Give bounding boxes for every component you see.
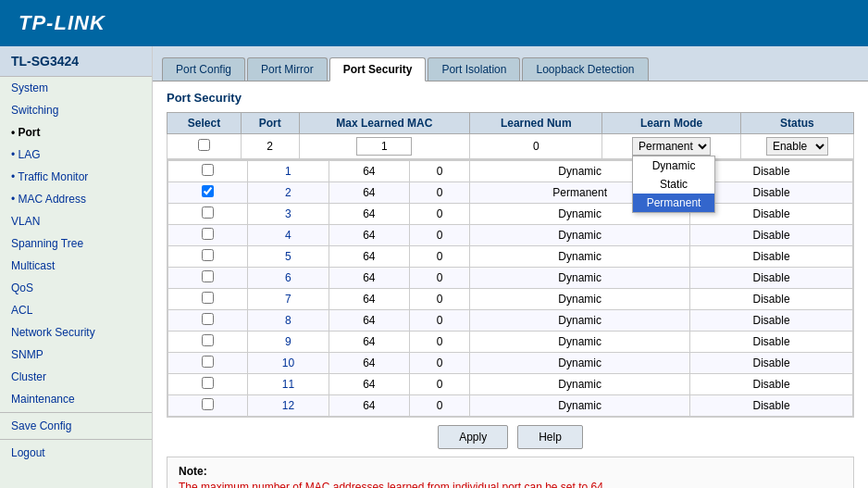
row-learn-mode: Dynamic: [470, 353, 690, 374]
tab-loopback-detection[interactable]: Loopback Detection: [522, 57, 648, 81]
row-learned-num: 0: [410, 268, 470, 289]
row-learned-num: 0: [410, 182, 470, 204]
port-link-8[interactable]: 8: [285, 314, 291, 327]
row-checkbox-1[interactable]: [202, 164, 214, 176]
row-max-mac: 64: [329, 161, 409, 182]
port-link-7[interactable]: 7: [285, 293, 291, 306]
row-port: 4: [248, 225, 329, 246]
option-static[interactable]: Static: [633, 175, 714, 194]
port-link-5[interactable]: 5: [285, 250, 291, 263]
note-title: Note:: [179, 465, 842, 478]
row-checkbox-11[interactable]: [202, 377, 214, 389]
row-learned-num: 0: [410, 161, 470, 182]
sidebar-item-system[interactable]: System: [0, 77, 152, 99]
top-learn-mode-select[interactable]: Dynamic Static Permanent: [632, 137, 711, 156]
top-port: 2: [241, 134, 299, 159]
sidebar-item-snmp[interactable]: SNMP: [0, 344, 152, 366]
top-learn-mode-dropdown[interactable]: Dynamic Static Permanent Dynamic Static …: [632, 137, 711, 156]
table-row: 3640DynamicDisable: [168, 204, 853, 225]
sidebar-item-traffic-monitor[interactable]: • Traffic Monitor: [0, 166, 152, 188]
row-port: 9: [248, 332, 329, 353]
row-checkbox-12[interactable]: [202, 398, 214, 410]
sidebar-item-qos[interactable]: QoS: [0, 277, 152, 299]
sidebar-item-port[interactable]: • Port: [0, 121, 152, 144]
row-learn-mode: Dynamic: [470, 246, 690, 268]
sidebar-item-lag[interactable]: • LAG: [0, 144, 152, 166]
sidebar-item-cluster[interactable]: Cluster: [0, 366, 152, 388]
sidebar-item-spanning-tree[interactable]: Spanning Tree: [0, 232, 152, 255]
port-link-11[interactable]: 11: [282, 378, 294, 391]
table-row: 8640DynamicDisable: [168, 310, 853, 332]
port-link-1[interactable]: 1: [285, 165, 291, 178]
row-max-mac: 64: [329, 289, 409, 310]
row-max-mac: 64: [329, 395, 409, 417]
port-link-10[interactable]: 10: [282, 357, 294, 369]
port-link-9[interactable]: 9: [285, 335, 291, 348]
option-dynamic[interactable]: Dynamic: [633, 156, 714, 175]
row-learned-num: 0: [410, 204, 470, 225]
sidebar-item-save-config[interactable]: Save Config: [0, 415, 152, 437]
help-button[interactable]: Help: [517, 425, 583, 449]
top-learned-num: 0: [470, 134, 602, 159]
row-port: 11: [248, 374, 329, 395]
row-max-mac: 64: [329, 374, 409, 395]
tab-port-isolation[interactable]: Port Isolation: [428, 57, 520, 81]
row-checkbox-9[interactable]: [202, 334, 214, 346]
sidebar-item-vlan[interactable]: VLAN: [0, 210, 152, 232]
row-checkbox-7[interactable]: [202, 292, 214, 304]
col-learn-mode: Learn Mode: [602, 113, 741, 134]
sidebar-item-acl[interactable]: ACL: [0, 299, 152, 321]
table-row: 10640DynamicDisable: [168, 353, 853, 374]
top-status-select[interactable]: Enable Disable: [766, 137, 828, 156]
sidebar-item-multicast[interactable]: Multicast: [0, 255, 152, 277]
row-checkbox-8[interactable]: [202, 313, 214, 325]
table-row: 2640PermanentDisable: [168, 182, 853, 204]
port-table: 1640DynamicDisable2640PermanentDisable36…: [167, 160, 853, 417]
table-row: 7640DynamicDisable: [168, 289, 853, 310]
row-max-mac: 64: [329, 332, 409, 353]
learn-mode-dropdown-menu[interactable]: Dynamic Static Permanent: [632, 156, 715, 213]
port-link-4[interactable]: 4: [285, 229, 291, 242]
row-learned-num: 0: [410, 332, 470, 353]
port-table-wrapper[interactable]: 1640DynamicDisable2640PermanentDisable36…: [167, 159, 854, 418]
row-checkbox-4[interactable]: [202, 228, 214, 240]
row-checkbox-6[interactable]: [202, 270, 214, 282]
port-link-6[interactable]: 6: [285, 271, 291, 284]
row-status: Disable: [690, 395, 853, 417]
option-permanent[interactable]: Permanent: [633, 194, 714, 212]
row-checkbox-2[interactable]: [202, 185, 214, 197]
port-link-12[interactable]: 12: [282, 399, 294, 412]
sidebar-item-maintenance[interactable]: Maintenance: [0, 388, 152, 410]
row-learned-num: 0: [410, 395, 470, 417]
device-title: TL-SG3424: [0, 46, 152, 77]
row-port: 3: [248, 204, 329, 225]
tab-port-security[interactable]: Port Security: [329, 57, 427, 81]
top-select-checkbox[interactable]: [198, 139, 210, 151]
row-learn-mode: Dynamic: [470, 225, 690, 246]
tab-port-config[interactable]: Port Config: [162, 57, 245, 81]
port-link-2[interactable]: 2: [285, 186, 291, 199]
row-checkbox-5[interactable]: [202, 249, 214, 261]
header: TP-LINK: [0, 0, 868, 46]
top-max-mac-input[interactable]: [356, 137, 412, 156]
row-learn-mode: Dynamic: [470, 268, 690, 289]
sidebar-item-mac-address[interactable]: • MAC Address: [0, 188, 152, 210]
tab-port-mirror[interactable]: Port Mirror: [247, 57, 328, 81]
row-checkbox-3[interactable]: [202, 206, 214, 219]
table-row: 5640DynamicDisable: [168, 246, 853, 268]
apply-button[interactable]: Apply: [438, 425, 508, 449]
row-learned-num: 0: [410, 374, 470, 395]
row-learned-num: 0: [410, 246, 470, 268]
port-link-3[interactable]: 3: [285, 207, 291, 220]
sidebar-item-network-security[interactable]: Network Security: [0, 321, 152, 344]
row-port: 8: [248, 310, 329, 332]
section-title: Port Security: [167, 91, 854, 105]
table-row: 11640DynamicDisable: [168, 374, 853, 395]
page-content: Port Security Select Port Max Learned MA…: [153, 81, 868, 488]
row-max-mac: 64: [329, 353, 409, 374]
row-learn-mode: Dynamic: [470, 332, 690, 353]
row-checkbox-10[interactable]: [202, 356, 214, 368]
sidebar-item-switching[interactable]: Switching: [0, 99, 152, 121]
row-learn-mode: Dynamic: [470, 395, 690, 417]
sidebar-item-logout[interactable]: Logout: [0, 442, 152, 464]
